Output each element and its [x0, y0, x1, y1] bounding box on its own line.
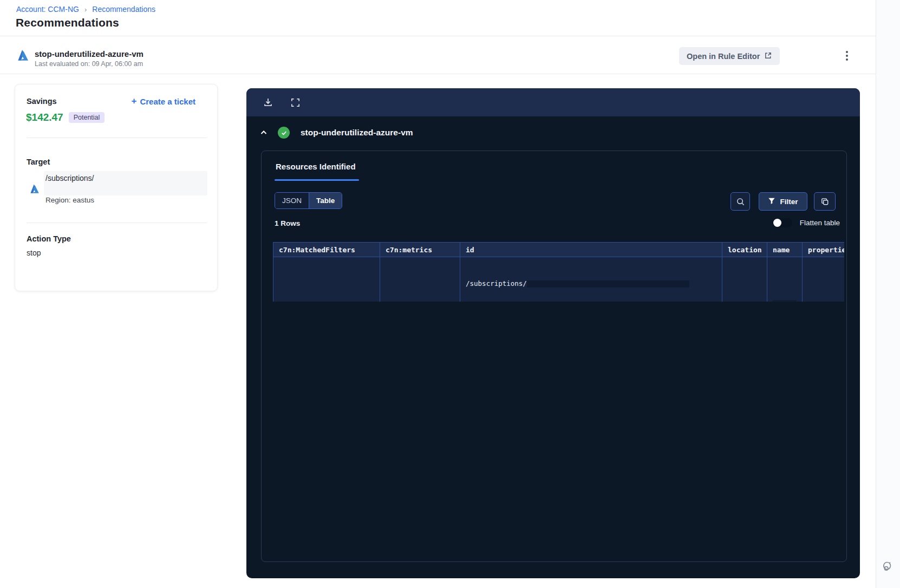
open-in-rule-editor-label: Open in Rule Editor	[687, 52, 760, 61]
col-header-id: id	[460, 243, 722, 257]
success-check-icon	[278, 127, 290, 139]
viewer-rule-title: stop-underutilized-azure-vm	[301, 128, 413, 138]
col-header-matched-filters: c7n:MatchedFilters	[273, 243, 380, 257]
cell-matched-filters-expand[interactable]: [+]c7n:MatchedFilters[]	[273, 257, 380, 302]
flatten-table-toggle[interactable]	[773, 218, 792, 227]
table-row: [+]c7n:MatchedFilters[] [+]c7n:metrics{}…	[273, 257, 845, 302]
copy-button[interactable]	[814, 192, 836, 211]
resources-table: c7n:MatchedFilters c7n:metrics id locati…	[273, 242, 844, 302]
cell-resource-id: /subscriptions/ /resourceGroups/ RESOURC…	[460, 257, 722, 302]
card-divider	[27, 138, 207, 138]
view-mode-json-button[interactable]: JSON	[275, 193, 309, 208]
kebab-dot	[846, 58, 848, 61]
download-icon[interactable]	[260, 95, 276, 110]
rule-header-divider	[0, 74, 876, 74]
card-divider	[27, 223, 207, 223]
search-button[interactable]	[731, 192, 750, 211]
target-path: /subscriptions/	[45, 174, 94, 182]
breadcrumb: Account: CCM-NG › Recommendations	[16, 5, 155, 14]
rule-name: stop-underutilized-azure-vm	[35, 49, 144, 58]
open-in-rule-editor-button[interactable]: Open in Rule Editor	[679, 47, 780, 65]
view-mode-toggle: JSON Table	[275, 192, 342, 209]
create-ticket-button[interactable]: + Create a ticket	[132, 96, 196, 107]
page-right-gutter	[876, 0, 900, 588]
help-chat-icon[interactable]	[881, 559, 896, 574]
breadcrumb-account-link[interactable]: Account: CCM-NG	[16, 5, 79, 14]
toggle-knob	[773, 219, 781, 227]
id-line: /subscriptions/	[466, 279, 527, 288]
savings-row: $142.47 Potential	[26, 112, 105, 123]
header-divider	[0, 36, 876, 36]
flatten-table-control: Flatten table	[773, 218, 840, 227]
cell-location: eastus	[722, 257, 767, 302]
kebab-dot	[846, 51, 848, 53]
breadcrumb-recommendations-link[interactable]: Recommendations	[92, 5, 155, 14]
breadcrumb-separator-icon: ›	[84, 5, 87, 14]
kebab-dot	[846, 55, 848, 57]
active-tab-underline	[275, 179, 359, 181]
cell-name	[767, 257, 803, 302]
target-region: Region: eastus	[45, 196, 94, 204]
cell-properties-expand[interactable]: [+]properties{}	[803, 257, 845, 302]
savings-label: Savings	[27, 97, 57, 106]
table-header-row: c7n:MatchedFilters c7n:metrics id locati…	[273, 243, 845, 257]
savings-amount: $142.47	[26, 112, 63, 123]
resources-identified-box: Resources Identified JSON Table Filter	[261, 151, 847, 562]
filter-funnel-icon	[768, 197, 775, 206]
azure-icon	[28, 183, 41, 195]
azure-icon	[15, 48, 30, 63]
rule-result-header: stop-underutilized-azure-vm	[257, 126, 413, 139]
recommendation-summary-card: Savings + Create a ticket $142.47 Potent…	[15, 84, 218, 291]
resources-table-container: c7n:MatchedFilters c7n:metrics id locati…	[273, 242, 844, 302]
page-title: Recommendations	[16, 16, 119, 29]
redacted-value	[527, 280, 689, 288]
cell-metrics-expand[interactable]: [+]c7n:metrics{}	[380, 257, 460, 302]
filter-button[interactable]: Filter	[759, 192, 807, 211]
kebab-menu-button[interactable]	[840, 48, 853, 64]
chevron-up-icon[interactable]	[257, 126, 270, 139]
col-header-metrics: c7n:metrics	[380, 243, 460, 257]
target-label: Target	[27, 158, 50, 166]
fullscreen-icon[interactable]	[288, 95, 303, 110]
action-type-label: Action Type	[27, 234, 71, 243]
create-ticket-label: Create a ticket	[140, 97, 195, 106]
viewer-toolbar	[246, 88, 860, 116]
col-header-location: location	[722, 243, 767, 257]
col-header-properties: properties	[803, 243, 845, 257]
resources-viewer-panel: stop-underutilized-azure-vm Resources Id…	[246, 88, 860, 578]
rule-last-evaluated: Last evaluated on: 09 Apr, 06:00 am	[35, 60, 143, 68]
redacted-value	[773, 300, 797, 302]
rows-count: 1 Rows	[275, 219, 300, 227]
tab-resources-identified[interactable]: Resources Identified	[276, 162, 356, 171]
plus-icon: +	[132, 96, 137, 107]
view-mode-table-button[interactable]: Table	[309, 193, 342, 208]
filter-label: Filter	[780, 198, 798, 206]
action-type-value: stop	[27, 249, 41, 257]
flatten-table-label: Flatten table	[800, 219, 840, 227]
savings-potential-badge: Potential	[69, 112, 105, 123]
external-link-icon	[764, 51, 772, 61]
col-header-name: name	[767, 243, 803, 257]
